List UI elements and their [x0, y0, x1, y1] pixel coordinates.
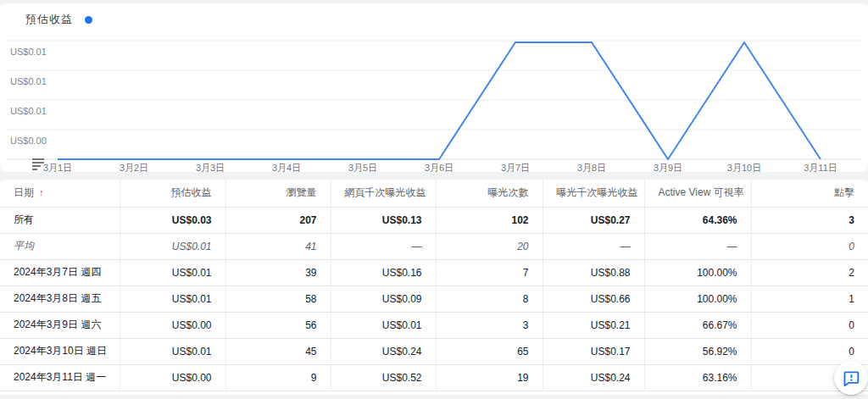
header-estimated-earnings[interactable]: 預估收益: [120, 180, 225, 207]
cell-impressions: 20: [436, 233, 542, 259]
table-row: 2024年3月7日 週四 US$0.01 39 US$0.16 7 US$0.8…: [0, 259, 868, 285]
cell-active-view: 63.16%: [644, 364, 751, 391]
cell-page-rpm: US$0.52: [331, 364, 436, 391]
table-row-average: 平均 US$0.01 41 — 20 — — 0: [0, 233, 868, 259]
earnings-line-series: [58, 42, 821, 159]
cell-estimated-earnings: US$0.01: [120, 338, 225, 364]
x-axis-label: 3月10日: [727, 162, 761, 175]
cell-active-view: 64.36%: [644, 207, 751, 233]
x-axis-label: 3月1日: [43, 162, 72, 175]
cell-clicks: 2: [751, 259, 868, 285]
header-date[interactable]: 日期↑: [0, 180, 120, 207]
table-row: 2024年3月9日 週六 US$0.00 56 US$0.01 3 US$0.2…: [0, 312, 868, 338]
cell-estimated-earnings: US$0.03: [120, 207, 225, 233]
y-axis-label: US$0.01: [10, 76, 47, 86]
cell-page-rpm: US$0.01: [331, 312, 436, 338]
x-axis-label: 3月6日: [425, 162, 453, 175]
cell-pageviews: 58: [225, 285, 331, 312]
cell-impression-rpm: US$0.17: [542, 338, 644, 364]
earnings-chart-card: US$0.01US$0.01US$0.01US$0.00 3月1日3月2日3月3…: [0, 3, 868, 172]
table-header-row: 日期↑ 預估收益 瀏覽量 網頁千次曝光收益 曝光次數 曝光千次曝光收益 Acti…: [0, 180, 868, 207]
cell-active-view: 100.00%: [644, 285, 751, 312]
chart-title: 預估收益: [25, 12, 73, 27]
cell-estimated-earnings: US$0.01: [120, 233, 225, 259]
cell-active-view: 100.00%: [644, 259, 751, 285]
earnings-chart-plot: US$0.01US$0.01US$0.01US$0.00 3月1日3月2日3月3…: [0, 3, 868, 172]
row-label: 2024年3月9日 週六: [0, 312, 120, 338]
header-pageviews[interactable]: 瀏覽量: [225, 180, 331, 207]
header-impressions[interactable]: 曝光次數: [436, 180, 542, 207]
table-row: 2024年3月8日 週五 US$0.01 58 US$0.09 8 US$0.6…: [0, 285, 868, 312]
legend-dot-icon: [85, 16, 92, 24]
cell-clicks: 0: [751, 312, 868, 338]
cell-estimated-earnings: US$0.00: [120, 312, 225, 338]
sort-ascending-icon: ↑: [39, 187, 44, 197]
report-table-card: 日期↑ 預估收益 瀏覽量 網頁千次曝光收益 曝光次數 曝光千次曝光收益 Acti…: [0, 180, 868, 395]
cell-pageviews: 9: [225, 364, 331, 391]
row-label: 2024年3月10日 週日: [0, 338, 120, 364]
header-active-view-viewability[interactable]: Active View 可視率: [644, 180, 751, 207]
row-label: 2024年3月7日 週四: [0, 259, 120, 285]
cell-page-rpm: US$0.09: [331, 285, 436, 312]
row-label: 2024年3月11日 週一: [0, 364, 120, 391]
cell-clicks: 0: [751, 233, 868, 259]
header-page-rpm[interactable]: 網頁千次曝光收益: [331, 180, 436, 207]
cell-impressions: 7: [436, 259, 542, 285]
x-axis-label: 3月11日: [804, 162, 837, 175]
x-axis-label: 3月3日: [196, 162, 225, 175]
feedback-speech-bubble-icon: [843, 369, 860, 386]
table-row: 2024年3月10日 週日 US$0.01 45 US$0.24 65 US$0…: [0, 338, 868, 364]
cell-pageviews: 207: [225, 207, 331, 233]
cell-impressions: 19: [436, 364, 542, 391]
y-axis-label: US$0.00: [10, 136, 47, 146]
cell-impressions: 65: [436, 338, 542, 364]
cell-page-rpm: US$0.24: [331, 338, 436, 364]
y-axis-label: US$0.01: [10, 47, 47, 57]
cell-estimated-earnings: US$0.01: [120, 285, 225, 312]
x-axis-label: 3月2日: [120, 162, 148, 175]
cell-active-view: 56.92%: [644, 338, 751, 364]
cell-impression-rpm: US$0.66: [542, 285, 644, 312]
cell-pageviews: 45: [225, 338, 331, 364]
feedback-button[interactable]: [834, 361, 868, 395]
cell-estimated-earnings: US$0.00: [120, 364, 225, 391]
header-clicks[interactable]: 點擊: [751, 180, 868, 207]
cell-impression-rpm: US$0.24: [542, 364, 644, 391]
cell-impressions: 8: [436, 285, 542, 312]
row-label: 平均: [0, 233, 120, 259]
cell-page-rpm: US$0.13: [331, 207, 436, 233]
table-row-all: 所有 US$0.03 207 US$0.13 102 US$0.27 64.36…: [0, 207, 868, 233]
cell-estimated-earnings: US$0.01: [120, 259, 225, 285]
report-table: 日期↑ 預估收益 瀏覽量 網頁千次曝光收益 曝光次數 曝光千次曝光收益 Acti…: [0, 180, 868, 391]
cell-active-view: 66.67%: [644, 312, 751, 338]
x-axis-label: 3月9日: [654, 162, 682, 175]
y-axis-label: US$0.01: [10, 106, 47, 116]
cell-pageviews: 41: [225, 233, 331, 259]
cell-pageviews: 39: [225, 259, 331, 285]
cell-clicks: 3: [751, 207, 868, 233]
header-impression-rpm[interactable]: 曝光千次曝光收益: [542, 180, 644, 207]
cell-page-rpm: US$0.16: [331, 259, 436, 285]
earnings-chart-svg: [0, 3, 868, 173]
chart-table-toggle-icon[interactable]: [32, 158, 45, 170]
cell-impression-rpm: US$0.88: [542, 259, 644, 285]
x-axis-label: 3月5日: [348, 162, 377, 175]
x-axis-label: 3月7日: [501, 162, 530, 175]
cell-impression-rpm: US$0.27: [542, 207, 644, 233]
cell-impressions: 3: [436, 312, 542, 338]
row-label: 所有: [0, 207, 120, 233]
cell-active-view: —: [644, 233, 751, 259]
cell-clicks: 1: [751, 285, 868, 312]
table-row: 2024年3月11日 週一 US$0.00 9 US$0.52 19 US$0.…: [0, 364, 868, 391]
cell-pageviews: 56: [225, 312, 331, 338]
x-axis-label: 3月4日: [272, 162, 301, 175]
cell-impressions: 102: [436, 207, 542, 233]
cell-impression-rpm: —: [542, 233, 644, 259]
x-axis-label: 3月8日: [577, 162, 606, 175]
cell-page-rpm: —: [331, 233, 436, 259]
cell-impression-rpm: US$0.21: [542, 312, 644, 338]
row-label: 2024年3月8日 週五: [0, 285, 120, 312]
